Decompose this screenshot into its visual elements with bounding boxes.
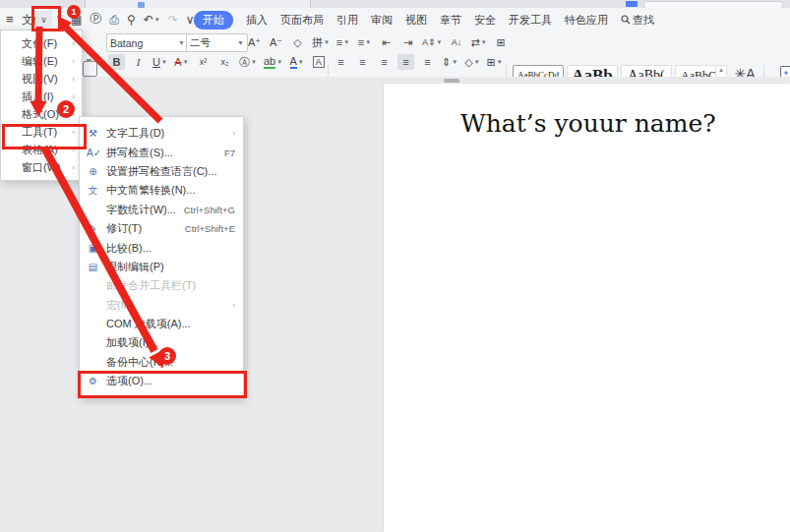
tab-page-layout[interactable]: 页面布局 bbox=[280, 13, 324, 28]
increase-indent-icon[interactable]: ⇥ bbox=[399, 34, 416, 50]
document-page[interactable] bbox=[384, 84, 790, 532]
tab-special-features-label: 特色应用 bbox=[565, 13, 608, 28]
submenu-macro-label: 宏(M) bbox=[106, 298, 226, 313]
hamburger-menu-icon[interactable]: ≡ bbox=[6, 12, 14, 27]
decrease-indent-icon[interactable]: ⇤ bbox=[378, 34, 395, 50]
justify-icon[interactable]: ≡ bbox=[397, 54, 414, 70]
highlight-button[interactable]: ab▼ bbox=[263, 54, 283, 70]
tab-security[interactable]: 安全 bbox=[474, 13, 496, 28]
chevron-down-icon: ▼ bbox=[481, 39, 487, 45]
submenu-chinese-convert-label: 中文简繁转换(N)... bbox=[106, 183, 235, 198]
tab-dev-tools-label: 开发工具 bbox=[509, 13, 552, 28]
new-tab-icon[interactable] bbox=[626, 1, 638, 7]
pinyin-guide-icon[interactable]: 拼▼ bbox=[311, 34, 331, 50]
redo-icon[interactable]: ↷ bbox=[168, 13, 178, 27]
shortcut-label: Ctrl+Shift+G bbox=[184, 205, 235, 215]
file-menu-chevron-down-icon[interactable]: ∨ bbox=[35, 11, 52, 28]
page-setup-icon[interactable]: ⊞ bbox=[493, 34, 510, 50]
menu-tools-label: 工具(T) bbox=[22, 125, 72, 140]
revision-icon: ✎ bbox=[87, 223, 99, 234]
submenu-word-count[interactable]: 字数统计(W)...Ctrl+Shift+G bbox=[80, 201, 243, 219]
numbered-list-icon[interactable]: ≡▼ bbox=[356, 34, 373, 50]
wps-writer-window: ⋯ ≡ 文件 ∨ ▦Ⓟ⎙⚲↶▼↷∨ 开始插入页面布局引用审阅视图章节安全开发工具… bbox=[0, 0, 790, 532]
tab-home-label: 开始 bbox=[203, 13, 224, 28]
italic-button[interactable]: I bbox=[130, 54, 147, 70]
tab-insert[interactable]: 插入 bbox=[246, 13, 268, 28]
tab-home[interactable]: 开始 bbox=[194, 11, 233, 30]
paste-icon[interactable] bbox=[83, 61, 97, 77]
underline-button[interactable]: U▼ bbox=[152, 54, 168, 70]
submenu-spell-language[interactable]: ⊕设置拼写检查语言(C)... bbox=[80, 162, 243, 181]
increase-font-icon[interactable]: A⁺ bbox=[246, 34, 263, 50]
menu-window[interactable]: 窗口(W)› bbox=[1, 158, 82, 176]
borders-icon: ⊞ bbox=[487, 56, 496, 69]
submenu-compare[interactable]: ▣比较(B)... bbox=[80, 238, 243, 257]
strikethrough-button[interactable]: A▼ bbox=[173, 54, 190, 70]
submenu-arrow-icon: › bbox=[72, 39, 75, 48]
tab-references[interactable]: 引用 bbox=[336, 13, 358, 28]
undo-icon[interactable]: ↶▼ bbox=[144, 13, 160, 27]
bold-button[interactable]: B bbox=[108, 54, 125, 70]
menu-file-label: 文件(F) bbox=[22, 36, 72, 51]
menu-file[interactable]: 文件(F)› bbox=[1, 34, 82, 52]
chevron-down-icon: ▼ bbox=[154, 17, 160, 23]
align-left-icon: ≡ bbox=[337, 56, 343, 68]
char-shading-button[interactable]: A bbox=[310, 54, 327, 70]
align-left-icon[interactable]: ≡ bbox=[333, 54, 349, 70]
document-tab[interactable] bbox=[85, 0, 311, 8]
line-spacing-icon[interactable]: ⇕▼ bbox=[441, 54, 458, 70]
sort-icon[interactable]: A↓ bbox=[449, 34, 465, 50]
highlight-button: ab bbox=[264, 56, 275, 69]
compare-icon: ▣ bbox=[87, 243, 99, 254]
subscript-button[interactable]: x₂ bbox=[216, 54, 233, 70]
submenu-com-addins[interactable]: COM 加载项(A)... bbox=[80, 315, 243, 333]
borders-icon[interactable]: ⊞▼ bbox=[486, 54, 504, 70]
scroll-up-icon[interactable]: ▲ bbox=[718, 67, 724, 73]
step-badge-1: 1 bbox=[67, 5, 81, 19]
tab-special-features[interactable]: 特色应用 bbox=[565, 13, 608, 28]
bullet-list-icon[interactable]: ≡▼ bbox=[334, 34, 351, 50]
submenu-chinese-convert[interactable]: 文中文简繁转换(N)... bbox=[80, 181, 243, 200]
shading-icon[interactable]: ◇▼ bbox=[463, 54, 480, 70]
submenu-compare-label: 比较(B)... bbox=[106, 241, 235, 256]
shading-icon: ◇ bbox=[464, 56, 472, 69]
font-color-button[interactable]: A▼ bbox=[288, 54, 305, 70]
decrease-font-icon[interactable]: A⁻ bbox=[268, 34, 284, 50]
char-scale-icon[interactable]: A⇕▼ bbox=[421, 34, 444, 50]
tab-review[interactable]: 审阅 bbox=[371, 13, 393, 28]
tab-section-label: 章节 bbox=[440, 13, 461, 28]
font-size-select[interactable]: 二号▼ bbox=[186, 33, 248, 52]
indent-marker[interactable] bbox=[444, 79, 459, 83]
menu-tools[interactable]: 工具(T)› bbox=[1, 123, 82, 141]
tab-find[interactable]: 查找 bbox=[621, 13, 654, 28]
submenu-restrict-editing[interactable]: ▤限制编辑(P) bbox=[80, 258, 243, 276]
char-border-button[interactable]: Ⓐ▼ bbox=[238, 54, 258, 70]
menu-table[interactable]: 表格(A)› bbox=[1, 141, 82, 158]
tab-references-label: 引用 bbox=[336, 13, 358, 28]
submenu-text-tools[interactable]: ⚒文字工具(D)› bbox=[80, 124, 243, 143]
submenu-track-changes[interactable]: ✎修订(T)Ctrl+Shift+E bbox=[80, 219, 243, 238]
align-right-icon[interactable]: ≡ bbox=[376, 54, 393, 70]
submenu-spell-check[interactable]: A✓拼写检查(S)...F7 bbox=[80, 143, 243, 161]
chevron-down-icon: ▼ bbox=[174, 39, 185, 46]
submenu-spell-check-label: 拼写检查(S)... bbox=[106, 146, 216, 160]
tab-view[interactable]: 视图 bbox=[405, 13, 427, 28]
menu-view[interactable]: 视图(V)› bbox=[1, 70, 82, 88]
paragraph-layout-icon[interactable]: ⇄▼ bbox=[470, 34, 488, 50]
step-badge-3: 3 bbox=[158, 347, 176, 365]
subscript-button: x₂ bbox=[221, 57, 229, 67]
menu-edit[interactable]: 编辑(E)› bbox=[1, 52, 82, 70]
distribute-icon[interactable]: ≡ bbox=[419, 54, 436, 70]
menu-table-label: 表格(A) bbox=[22, 143, 72, 157]
clear-format-icon[interactable]: ◇ bbox=[289, 34, 306, 50]
document-text[interactable]: What’s youur name? bbox=[460, 109, 716, 138]
submenu-options[interactable]: ⚙选项(O)... bbox=[80, 372, 243, 390]
print-icon[interactable]: ⎙ bbox=[109, 13, 119, 27]
align-center-icon[interactable]: ≡ bbox=[354, 54, 371, 70]
tab-section[interactable]: 章节 bbox=[440, 13, 461, 28]
font-name-select[interactable]: Batang▼ bbox=[106, 33, 189, 52]
tab-dev-tools[interactable]: 开发工具 bbox=[509, 13, 552, 28]
export-pdf-icon[interactable]: Ⓟ bbox=[90, 11, 101, 28]
print-preview-icon[interactable]: ⚲ bbox=[127, 13, 136, 27]
superscript-button[interactable]: x² bbox=[195, 54, 212, 70]
